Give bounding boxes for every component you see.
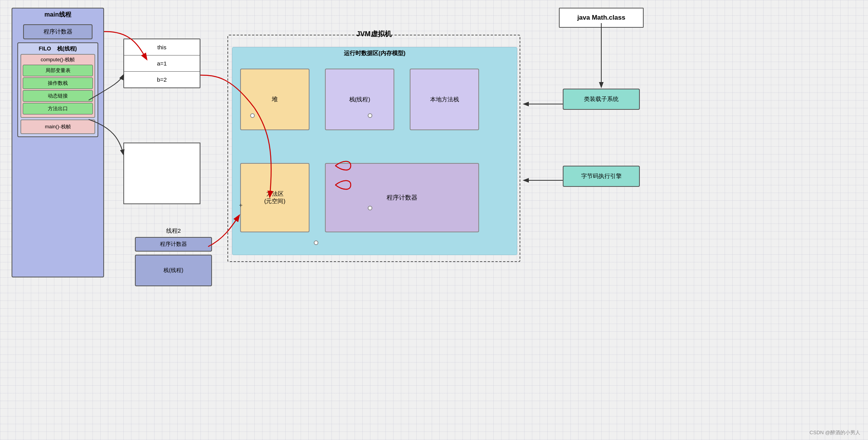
local-var-table: 局部变量表 (23, 65, 93, 76)
stack-var-b: b=2 (124, 72, 200, 87)
main-thread-pc: 程序计数器 (23, 24, 93, 39)
class-loader-box: 类装载子系统 (563, 89, 640, 110)
runtime-title: 运行时数据区(内存模型) (232, 47, 517, 59)
native-stack-box: 本地方法栈 (410, 69, 479, 130)
dynamic-link: 动态链接 (23, 90, 93, 102)
stack-vars-box: this a=1 b=2 (123, 39, 200, 88)
bytecode-exec-box: 字节码执行引擎 (563, 166, 640, 187)
thread2-stack: 栈(线程) (135, 255, 212, 286)
jvm-box: JVM虚拟机 运行时数据区(内存模型) 堆 栈(线程) 本地方法栈 方法区(元空… (227, 35, 520, 262)
thread2-title: 线程2 (135, 227, 212, 235)
diagram-container: main线程 程序计数器 FILO 栈(线程) compute()-栈帧 局部变… (0, 0, 868, 440)
runtime-area: 运行时数据区(内存模型) 堆 栈(线程) 本地方法栈 方法区(元空间) 程序计数… (232, 47, 517, 255)
thread2-pc: 程序计数器 (135, 237, 212, 252)
operand-stack: 操作数栈 (23, 77, 93, 89)
jvm-stack-box: 栈(线程) (325, 69, 394, 130)
math-class-box: java Math.class (559, 8, 644, 28)
method-area-label: 方法区(元空间) (264, 190, 286, 205)
filo-title: FILO 栈(线程) (20, 45, 95, 52)
watermark: CSDN @醉酒的小男人 (809, 429, 860, 436)
method-area-box: 方法区(元空间) (240, 163, 310, 232)
main-thread-box: main线程 程序计数器 FILO 栈(线程) compute()-栈帧 局部变… (12, 8, 104, 277)
stack-var-this: this (124, 39, 200, 55)
heap-box: 堆 (240, 69, 310, 130)
thread2-area: 线程2 程序计数器 栈(线程) (135, 227, 212, 286)
jvm-title: JVM虚拟机 (356, 29, 391, 39)
stack-var-a: a=1 (124, 55, 200, 72)
method-exit: 方法出口 (23, 103, 93, 114)
main-thread-title: main线程 (12, 8, 103, 21)
compute-frame-title: compute()-栈帧 (23, 56, 93, 63)
compute-frame: compute()-栈帧 局部变量表 操作数栈 动态链接 方法出口 (20, 54, 95, 118)
jvm-pc-box: 程序计数器 (325, 163, 479, 232)
empty-box (123, 143, 200, 204)
main-frame: main()-栈帧 (20, 119, 95, 134)
filo-stack: FILO 栈(线程) compute()-栈帧 局部变量表 操作数栈 动态链接 … (17, 42, 98, 137)
